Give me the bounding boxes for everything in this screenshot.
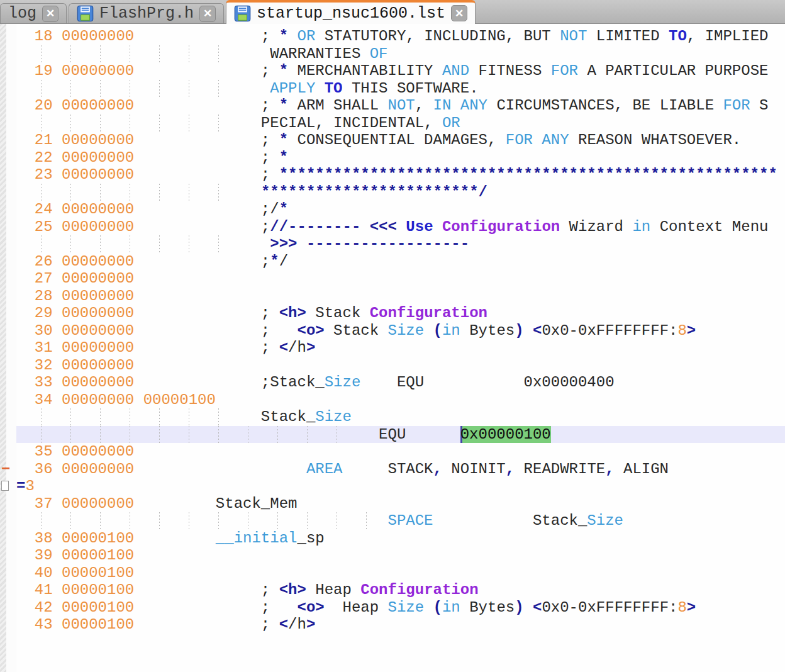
code-token: Stack_ <box>433 512 587 529</box>
code-line[interactable]: 27 00000000 <box>0 270 785 288</box>
code-line[interactable]: >>> ------------------ <box>0 235 785 253</box>
code-token: 24 00000000 <box>16 201 134 218</box>
code-line[interactable]: 24 00000000 ;/* <box>0 201 785 218</box>
code-token: ) <box>515 599 523 616</box>
indent-guide <box>130 235 130 253</box>
indent-guide <box>277 512 278 530</box>
code-token: 3 <box>25 478 34 495</box>
indent-guide <box>218 45 219 63</box>
code-token <box>16 80 270 97</box>
code-token: ************************/ <box>261 184 487 201</box>
code-token: 34 00000000 00000100 <box>16 391 216 408</box>
code-line[interactable]: 29 00000000 ; <h> Stack Configuration <box>0 305 785 322</box>
code-token: LIMITED <box>587 28 669 45</box>
indent-guide <box>100 235 101 253</box>
code-token: APPLY <box>270 80 315 97</box>
code-token: STATUTORY, INCLUDING, BUT <box>315 28 560 45</box>
code-line[interactable]: 41 00000100 ; <h> Heap Configuration <box>0 581 785 599</box>
tab-label: startup_nsuc1600.lst <box>257 4 445 23</box>
code-token: < <box>533 322 542 339</box>
code-line[interactable]: 25 00000000 ;//-------- <<< Use Configur… <box>0 218 785 236</box>
code-token: , <box>433 461 442 478</box>
code-line[interactable]: 40 00000100 <box>0 564 785 582</box>
code-line[interactable]: 42 00000100 ; <o> Heap Size (in Bytes) <… <box>0 599 785 617</box>
indent-guide <box>189 80 189 98</box>
code-line[interactable]: SPACE Stack_Size <box>0 512 785 530</box>
indent-guide <box>70 426 71 444</box>
indent-guide <box>70 408 71 426</box>
code-token: 0x0-0xFFFFFFFF: <box>542 599 677 616</box>
indent-guide <box>70 45 71 63</box>
indent-guide <box>366 512 367 530</box>
code-token: 25 00000000 <box>16 218 134 235</box>
indent-guide <box>70 115 71 132</box>
code-line[interactable]: 30 00000000 ; <o> Stack Size (in Bytes) … <box>0 322 785 340</box>
code-line[interactable]: ************************/ <box>0 184 785 201</box>
code-token: Bytes <box>460 599 515 616</box>
code-line[interactable]: 33 00000000 ;Stack_Size EQU 0x00000400 <box>0 374 785 391</box>
code-line[interactable]: WARRANTIES OF <box>0 45 785 63</box>
code-token: Stack <box>325 322 388 339</box>
indent-guide <box>307 512 308 530</box>
code-token: EQU 0x00000400 <box>360 374 614 391</box>
code-token: ; <box>134 616 279 633</box>
code-line[interactable]: 21 00000000 ; * CONSEQUENTIAL DAMAGES, F… <box>0 132 785 149</box>
code-token: ; <box>134 305 279 322</box>
code-line[interactable]: 35 00000000 <box>0 443 785 461</box>
code-editor[interactable]: 18 00000000 ; * OR STATUTORY, INCLUDING,… <box>0 24 785 672</box>
close-icon[interactable]: ✕ <box>199 6 216 22</box>
code-line[interactable]: 31 00000000 ; </h> <box>0 339 785 357</box>
code-token: ;/ <box>134 201 279 218</box>
tab-flashprg-h[interactable]: FlashPrg.h ✕ <box>69 3 224 23</box>
close-icon[interactable]: ✕ <box>451 5 467 21</box>
code-line[interactable]: 23 00000000 ; **************************… <box>0 166 785 184</box>
tab-startup-nsuc1600-lst[interactable]: startup_nsuc1600.lst ✕ <box>226 0 476 24</box>
code-line[interactable]: PECIAL, INCIDENTAL, OR <box>0 115 785 132</box>
tab-log[interactable]: log ✕ <box>0 3 67 23</box>
code-token: 8 <box>677 599 686 616</box>
change-marker-icon[interactable]: − <box>1 461 10 478</box>
code-token: 27 00000000 <box>16 270 134 287</box>
code-line[interactable]: 18 00000000 ; * OR STATUTORY, INCLUDING,… <box>0 28 785 45</box>
code-token <box>134 461 306 478</box>
code-line[interactable]: 19 00000000 ; * MERCHANTABILITY AND FITN… <box>0 62 785 80</box>
code-line[interactable]: 22 00000000 ; * <box>0 149 785 167</box>
code-token: ; <box>134 62 279 79</box>
code-area[interactable]: 18 00000000 ; * OR STATUTORY, INCLUDING,… <box>0 24 785 672</box>
code-line[interactable]: APPLY TO THIS SOFTWARE. <box>0 80 785 98</box>
code-token: Heap <box>325 599 388 616</box>
indent-guide <box>248 512 248 530</box>
code-line[interactable]: 38 00000100 __initial_sp <box>0 530 785 547</box>
code-token: 41 00000100 <box>16 581 134 598</box>
code-token: NOINIT <box>442 461 506 478</box>
indent-guide <box>218 235 219 253</box>
code-token: Configuration <box>360 581 478 598</box>
code-token: 35 00000000 <box>16 443 134 460</box>
code-line[interactable]: =3 <box>0 478 785 495</box>
fold-marker-icon[interactable] <box>1 481 9 491</box>
code-line[interactable]: 43 00000100 ; </h> <box>0 616 785 634</box>
code-line[interactable]: 34 00000000 00000100 <box>0 391 785 409</box>
code-line[interactable]: 39 00000100 <box>0 547 785 564</box>
code-line[interactable]: 37 00000000 Stack_Mem <box>0 495 785 513</box>
code-line[interactable]: 20 00000000 ; * ARM SHALL NOT, IN ANY CI… <box>0 97 785 115</box>
code-line-current[interactable]: EQU 0x00000100 <box>0 426 785 444</box>
tab-label: FlashPrg.h <box>99 4 194 23</box>
indent-guide <box>218 426 219 444</box>
code-line[interactable]: Stack_Size <box>0 408 785 426</box>
indent-guide <box>189 512 189 530</box>
code-token: Stack_Mem <box>134 495 297 512</box>
code-token <box>524 322 533 339</box>
close-icon[interactable]: ✕ <box>42 6 58 22</box>
code-token: >>> <box>270 235 297 252</box>
code-line[interactable]: − 36 00000000 AREA STACK, NOINIT, READWR… <box>0 461 785 478</box>
code-token: ARM SHALL <box>288 97 387 114</box>
code-token: 8 <box>677 322 686 339</box>
code-token: 19 00000000 <box>16 62 134 79</box>
code-token: ; <box>134 218 270 235</box>
code-line[interactable]: 32 00000000 <box>0 357 785 374</box>
code-token: Wizard <box>560 218 632 235</box>
code-line[interactable]: 28 00000000 <box>0 288 785 305</box>
code-line[interactable]: 26 00000000 ;*/ <box>0 253 785 271</box>
code-token: //-------- <box>270 218 360 235</box>
